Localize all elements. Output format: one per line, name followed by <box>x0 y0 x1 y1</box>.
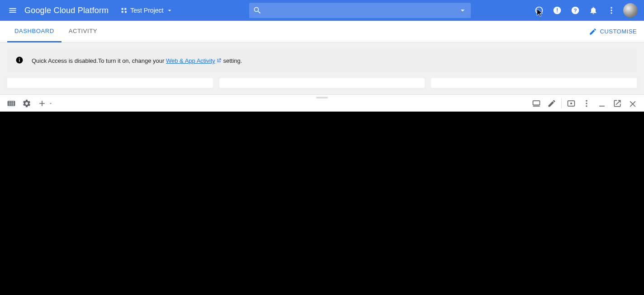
edit-pencil-icon[interactable] <box>544 96 559 111</box>
cloud-shell-icon[interactable] <box>530 1 548 19</box>
customise-label: CUSTOMISE <box>600 28 637 35</box>
svg-point-8 <box>611 12 612 14</box>
laptop-preview-icon[interactable] <box>529 96 544 111</box>
svg-text:?: ? <box>573 7 577 13</box>
svg-point-15 <box>586 103 587 104</box>
cloud-shell-toolbar <box>0 94 644 112</box>
more-vert-icon[interactable] <box>602 1 620 19</box>
customise-button[interactable]: CUSTOMISE <box>589 28 637 36</box>
svg-rect-17 <box>599 106 605 107</box>
svg-rect-10 <box>19 60 20 62</box>
session-info-icon[interactable] <box>564 96 579 111</box>
svg-rect-11 <box>19 58 20 59</box>
banner-text-pre: Quick Access is disabled.To turn it on, … <box>32 57 166 64</box>
search-icon <box>253 6 262 15</box>
project-hex-icon <box>120 7 128 14</box>
search-dropdown-icon[interactable] <box>458 6 467 15</box>
info-icon <box>15 56 24 66</box>
tab-activity[interactable]: ACTIVITY <box>62 21 104 42</box>
banner-text-post: setting. <box>223 57 242 64</box>
alert-icon[interactable] <box>548 1 566 19</box>
project-name: Test Project <box>130 7 163 14</box>
dashboard-cards-row <box>7 78 637 88</box>
external-link-icon <box>215 57 222 64</box>
top-header: Google Cloud Platform Test Project ? <box>0 0 644 21</box>
toolbar-divider <box>561 98 562 108</box>
search-box[interactable] <box>249 3 471 18</box>
svg-point-6 <box>611 7 612 9</box>
shell-more-vert-icon[interactable] <box>579 96 594 111</box>
account-avatar[interactable] <box>623 3 638 18</box>
header-utilities: ? <box>530 1 640 19</box>
notifications-icon[interactable] <box>584 1 602 19</box>
hamburger-menu-icon[interactable] <box>4 1 22 19</box>
dashboard-card[interactable] <box>7 78 213 88</box>
add-tab-dropdown-icon[interactable] <box>47 96 54 111</box>
keyboard-icon[interactable] <box>4 96 19 111</box>
dropdown-caret-icon <box>166 7 173 14</box>
pencil-icon <box>589 28 597 36</box>
search-input[interactable] <box>265 7 455 14</box>
svg-rect-3 <box>557 12 558 13</box>
svg-point-14 <box>586 100 587 101</box>
close-icon[interactable] <box>625 96 640 111</box>
banner-text: Quick Access is disabled.To turn it on, … <box>32 57 242 64</box>
dashboard-card[interactable] <box>431 78 637 88</box>
svg-point-0 <box>536 7 543 14</box>
dashboard-content: Quick Access is disabled.To turn it on, … <box>0 42 644 94</box>
settings-gear-icon[interactable] <box>19 96 34 111</box>
tab-dashboard[interactable]: DASHBOARD <box>7 21 62 42</box>
help-icon[interactable]: ? <box>566 1 584 19</box>
svg-point-16 <box>586 105 587 107</box>
open-new-window-icon[interactable] <box>610 96 625 111</box>
dashboard-card[interactable] <box>219 78 425 88</box>
web-app-activity-link[interactable]: Web & App Activity <box>166 57 222 64</box>
project-picker[interactable]: Test Project <box>117 5 177 16</box>
quick-access-banner: Quick Access is disabled.To turn it on, … <box>7 50 637 72</box>
tabs-bar: DASHBOARD ACTIVITY CUSTOMISE <box>0 21 644 42</box>
svg-point-7 <box>611 9 612 11</box>
cloud-shell-terminal[interactable] <box>0 112 644 295</box>
minimize-icon[interactable] <box>594 96 610 111</box>
svg-rect-2 <box>557 8 558 11</box>
drag-handle[interactable] <box>316 97 328 98</box>
gcp-logo-text[interactable]: Google Cloud Platform <box>24 6 109 15</box>
svg-point-13 <box>570 102 572 104</box>
